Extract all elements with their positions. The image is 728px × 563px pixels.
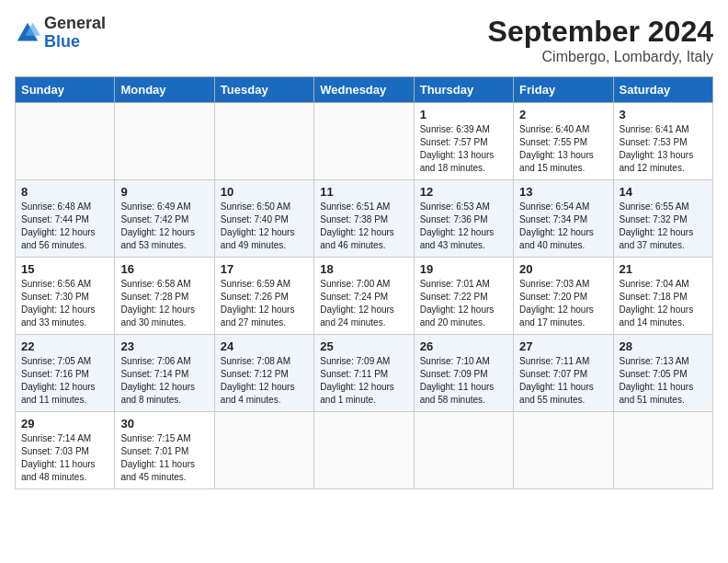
day-number: 10 xyxy=(221,185,308,199)
calendar-cell: 21Sunrise: 7:04 AMSunset: 7:18 PMDayligh… xyxy=(613,258,712,335)
calendar-cell: 18Sunrise: 7:00 AMSunset: 7:24 PMDayligh… xyxy=(314,258,414,335)
day-info: Sunrise: 7:14 AMSunset: 7:03 PMDaylight:… xyxy=(21,433,96,482)
calendar-cell xyxy=(214,412,313,489)
calendar-cell xyxy=(314,412,414,489)
day-info: Sunrise: 6:41 AMSunset: 7:53 PMDaylight:… xyxy=(620,124,694,173)
calendar-week-row: 15Sunrise: 6:56 AMSunset: 7:30 PMDayligh… xyxy=(16,258,713,335)
day-number: 21 xyxy=(620,262,707,276)
day-number: 23 xyxy=(120,339,208,353)
day-info: Sunrise: 7:08 AMSunset: 7:12 PMDaylight:… xyxy=(221,356,295,405)
col-header-sunday: Sunday xyxy=(16,77,115,103)
calendar-cell: 30Sunrise: 7:15 AMSunset: 7:01 PMDayligh… xyxy=(115,412,214,489)
calendar-cell xyxy=(314,103,414,180)
day-number: 13 xyxy=(519,185,607,199)
calendar-cell: 11Sunrise: 6:51 AMSunset: 7:38 PMDayligh… xyxy=(314,180,414,258)
calendar-cell: 3Sunrise: 6:41 AMSunset: 7:53 PMDaylight… xyxy=(613,103,712,180)
day-info: Sunrise: 7:15 AMSunset: 7:01 PMDaylight:… xyxy=(120,433,195,482)
day-number: 12 xyxy=(420,185,507,199)
calendar-header-row: SundayMondayTuesdayWednesdayThursdayFrid… xyxy=(16,77,713,103)
calendar-week-row: 29Sunrise: 7:14 AMSunset: 7:03 PMDayligh… xyxy=(16,412,713,489)
day-number: 29 xyxy=(21,417,108,431)
calendar-cell: 16Sunrise: 6:58 AMSunset: 7:28 PMDayligh… xyxy=(115,258,214,335)
day-number: 17 xyxy=(221,262,308,276)
day-number: 11 xyxy=(320,185,407,199)
calendar-cell xyxy=(613,412,712,489)
day-info: Sunrise: 6:56 AMSunset: 7:30 PMDaylight:… xyxy=(21,279,96,327)
day-number: 28 xyxy=(620,339,707,353)
calendar-cell xyxy=(414,412,513,489)
calendar-cell: 10Sunrise: 6:50 AMSunset: 7:40 PMDayligh… xyxy=(214,180,313,258)
day-info: Sunrise: 7:04 AMSunset: 7:18 PMDaylight:… xyxy=(620,279,694,327)
col-header-tuesday: Tuesday xyxy=(214,77,313,103)
day-info: Sunrise: 6:55 AMSunset: 7:32 PMDaylight:… xyxy=(620,201,694,250)
day-info: Sunrise: 6:58 AMSunset: 7:28 PMDaylight:… xyxy=(120,279,195,327)
day-number: 8 xyxy=(21,185,108,199)
day-number: 24 xyxy=(221,339,308,353)
month-year-title: September 2024 xyxy=(488,15,713,49)
calendar-cell: 1Sunrise: 6:39 AMSunset: 7:57 PMDaylight… xyxy=(414,103,513,180)
day-info: Sunrise: 7:11 AMSunset: 7:07 PMDaylight:… xyxy=(519,356,594,405)
logo-icon xyxy=(15,20,40,46)
calendar-cell: 24Sunrise: 7:08 AMSunset: 7:12 PMDayligh… xyxy=(214,335,313,412)
col-header-thursday: Thursday xyxy=(414,77,513,103)
day-info: Sunrise: 7:01 AMSunset: 7:22 PMDaylight:… xyxy=(420,279,495,327)
day-info: Sunrise: 6:39 AMSunset: 7:57 PMDaylight:… xyxy=(420,124,495,173)
calendar-cell: 13Sunrise: 6:54 AMSunset: 7:34 PMDayligh… xyxy=(514,180,613,258)
calendar-cell: 8Sunrise: 6:48 AMSunset: 7:44 PMDaylight… xyxy=(16,180,115,258)
calendar-cell xyxy=(514,412,613,489)
day-info: Sunrise: 7:03 AMSunset: 7:20 PMDaylight:… xyxy=(519,279,594,327)
col-header-friday: Friday xyxy=(514,77,613,103)
day-number: 30 xyxy=(120,417,208,431)
calendar-cell: 23Sunrise: 7:06 AMSunset: 7:14 PMDayligh… xyxy=(115,335,214,412)
day-number: 26 xyxy=(420,339,507,353)
day-info: Sunrise: 7:00 AMSunset: 7:24 PMDaylight:… xyxy=(320,279,394,327)
calendar-week-row: 22Sunrise: 7:05 AMSunset: 7:16 PMDayligh… xyxy=(16,335,713,412)
calendar-cell: 9Sunrise: 6:49 AMSunset: 7:42 PMDaylight… xyxy=(115,180,214,258)
day-number: 20 xyxy=(519,262,607,276)
calendar-table: SundayMondayTuesdayWednesdayThursdayFrid… xyxy=(15,76,713,489)
col-header-saturday: Saturday xyxy=(613,77,712,103)
logo-text: General Blue xyxy=(44,15,106,52)
calendar-cell: 2Sunrise: 6:40 AMSunset: 7:55 PMDaylight… xyxy=(514,103,613,180)
calendar-cell xyxy=(115,103,214,180)
day-number: 14 xyxy=(620,185,707,199)
day-number: 9 xyxy=(120,185,208,199)
calendar-cell: 27Sunrise: 7:11 AMSunset: 7:07 PMDayligh… xyxy=(514,335,613,412)
calendar-cell: 15Sunrise: 6:56 AMSunset: 7:30 PMDayligh… xyxy=(16,258,115,335)
day-info: Sunrise: 6:48 AMSunset: 7:44 PMDaylight:… xyxy=(21,201,96,250)
calendar-cell: 17Sunrise: 6:59 AMSunset: 7:26 PMDayligh… xyxy=(214,258,313,335)
day-number: 18 xyxy=(320,262,407,276)
day-number: 25 xyxy=(320,339,407,353)
day-info: Sunrise: 7:09 AMSunset: 7:11 PMDaylight:… xyxy=(320,356,394,405)
day-number: 2 xyxy=(519,108,607,121)
day-info: Sunrise: 6:59 AMSunset: 7:26 PMDaylight:… xyxy=(221,279,295,327)
day-info: Sunrise: 6:53 AMSunset: 7:36 PMDaylight:… xyxy=(420,201,495,250)
calendar-cell: 29Sunrise: 7:14 AMSunset: 7:03 PMDayligh… xyxy=(16,412,115,489)
day-number: 15 xyxy=(21,262,108,276)
calendar-cell: 14Sunrise: 6:55 AMSunset: 7:32 PMDayligh… xyxy=(613,180,712,258)
day-info: Sunrise: 6:51 AMSunset: 7:38 PMDaylight:… xyxy=(320,201,394,250)
day-info: Sunrise: 6:50 AMSunset: 7:40 PMDaylight:… xyxy=(221,201,295,250)
calendar-cell: 12Sunrise: 6:53 AMSunset: 7:36 PMDayligh… xyxy=(414,180,513,258)
day-info: Sunrise: 7:13 AMSunset: 7:05 PMDaylight:… xyxy=(620,356,694,405)
day-info: Sunrise: 7:10 AMSunset: 7:09 PMDaylight:… xyxy=(420,356,495,405)
calendar-week-row: 1Sunrise: 6:39 AMSunset: 7:57 PMDaylight… xyxy=(16,103,713,180)
day-info: Sunrise: 7:06 AMSunset: 7:14 PMDaylight:… xyxy=(120,356,195,405)
calendar-cell: 22Sunrise: 7:05 AMSunset: 7:16 PMDayligh… xyxy=(16,335,115,412)
calendar-cell: 19Sunrise: 7:01 AMSunset: 7:22 PMDayligh… xyxy=(414,258,513,335)
col-header-wednesday: Wednesday xyxy=(314,77,414,103)
day-info: Sunrise: 6:54 AMSunset: 7:34 PMDaylight:… xyxy=(519,201,594,250)
day-number: 1 xyxy=(420,108,507,121)
calendar-cell: 28Sunrise: 7:13 AMSunset: 7:05 PMDayligh… xyxy=(613,335,712,412)
day-info: Sunrise: 6:49 AMSunset: 7:42 PMDaylight:… xyxy=(120,201,195,250)
calendar-week-row: 8Sunrise: 6:48 AMSunset: 7:44 PMDaylight… xyxy=(16,180,713,258)
day-number: 27 xyxy=(519,339,607,353)
calendar-cell: 26Sunrise: 7:10 AMSunset: 7:09 PMDayligh… xyxy=(414,335,513,412)
logo: General Blue xyxy=(15,15,106,52)
calendar-cell: 20Sunrise: 7:03 AMSunset: 7:20 PMDayligh… xyxy=(514,258,613,335)
day-number: 22 xyxy=(21,339,108,353)
day-info: Sunrise: 7:05 AMSunset: 7:16 PMDaylight:… xyxy=(21,356,96,405)
day-info: Sunrise: 6:40 AMSunset: 7:55 PMDaylight:… xyxy=(519,124,594,173)
calendar-cell: 25Sunrise: 7:09 AMSunset: 7:11 PMDayligh… xyxy=(314,335,414,412)
day-number: 16 xyxy=(120,262,208,276)
